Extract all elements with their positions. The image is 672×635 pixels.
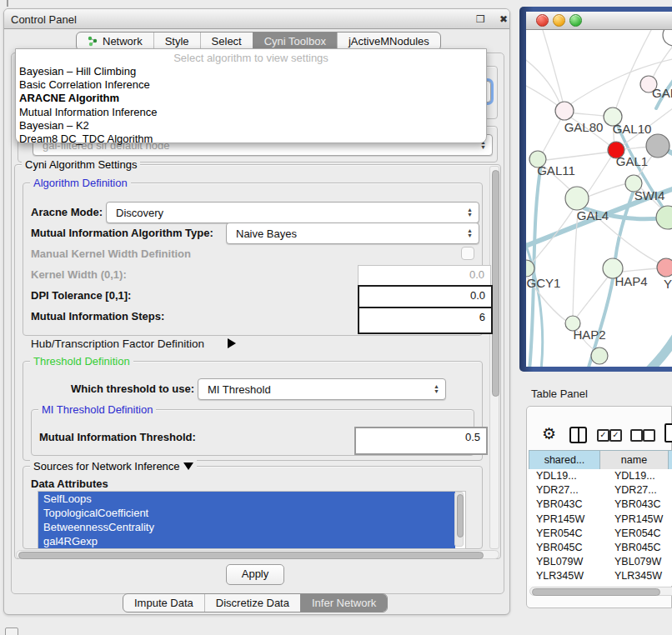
table-row[interactable]: YBR045C YBR045C 9. bbox=[529, 541, 672, 555]
tab-select[interactable]: Select bbox=[200, 32, 253, 50]
network-canvas[interactable]: GAL80GAL10GALGAL1GAL11SWI4GAL4GCY1HAP4YH… bbox=[526, 30, 672, 367]
node-gray[interactable] bbox=[646, 134, 669, 158]
attributes-vscrollbar-thumb[interactable] bbox=[457, 494, 464, 538]
node-label: Y bbox=[664, 277, 672, 291]
unchecked-checkbox-icon-2[interactable] bbox=[643, 429, 655, 442]
tab-discretize-data[interactable]: Discretize Data bbox=[204, 594, 300, 612]
network-edge[interactable] bbox=[546, 152, 613, 160]
column-header-extra[interactable]: A bbox=[669, 450, 672, 470]
table-body[interactable]: YDL19... YDL19... 13 YDR27... YDR27... 1… bbox=[529, 469, 672, 586]
table-columns-icon[interactable] bbox=[569, 427, 587, 443]
settings-hscrollbar[interactable] bbox=[16, 550, 499, 559]
algorithm-dropdown-list: Select algorithm to view settings Bayesi… bbox=[15, 48, 487, 143]
sources-title: Sources for Network Inference bbox=[30, 460, 197, 472]
node-label: GAL1 bbox=[616, 154, 648, 168]
checked-checkbox-icon-1[interactable]: ✓ bbox=[597, 429, 609, 442]
tab-network[interactable]: Network bbox=[77, 32, 153, 50]
close-icon[interactable]: ✖ bbox=[499, 14, 508, 24]
hub-definition-label[interactable]: Hub/Transcription Factor Definition bbox=[31, 338, 204, 350]
column-header-name[interactable]: name bbox=[600, 450, 669, 470]
settings-hscrollbar-thumb[interactable] bbox=[18, 552, 484, 559]
network-edge[interactable] bbox=[649, 327, 672, 367]
network-edge[interactable] bbox=[526, 55, 561, 107]
mi-algorithm-type-combo[interactable]: Naive Bayes ▲▼ bbox=[226, 222, 479, 244]
node-gal80[interactable] bbox=[555, 102, 574, 120]
which-threshold-label: Which threshold to use: bbox=[71, 382, 194, 395]
table-row[interactable]: YLR345W YLR345W 9. bbox=[529, 569, 672, 583]
table-row[interactable]: YPR145W YPR145W 9. bbox=[529, 512, 672, 527]
mi-steps-label: Mutual Information Steps: bbox=[31, 310, 164, 322]
data-attribute-item[interactable]: BetweennessCentrality bbox=[38, 520, 455, 534]
data-attribute-item[interactable]: TopologicalCoefficient bbox=[38, 506, 455, 520]
table-row[interactable]: YDR27... YDR27... 12 bbox=[529, 483, 672, 498]
network-edge[interactable] bbox=[543, 30, 564, 105]
new-table-icon[interactable] bbox=[664, 423, 672, 442]
hub-expand-icon[interactable] bbox=[228, 338, 236, 348]
dropdown-item[interactable]: Bayesian – K2 bbox=[16, 119, 486, 132]
network-edge[interactable] bbox=[623, 268, 658, 272]
checked-checkbox-icon-2[interactable]: ✓ bbox=[609, 429, 622, 442]
attributes-vscrollbar[interactable] bbox=[454, 492, 464, 547]
apply-button[interactable]: Apply bbox=[226, 564, 284, 585]
table-row[interactable]: YDL19... YDL19... 13 bbox=[529, 469, 672, 483]
table-panel-title: Table Panel bbox=[531, 388, 588, 400]
table-hscrollbar-thumb[interactable] bbox=[532, 588, 660, 596]
float-window-icon[interactable]: ❒ bbox=[476, 14, 485, 24]
table-hscrollbar[interactable] bbox=[529, 587, 672, 596]
dropdown-item[interactable]: Basic Correlation Inference bbox=[16, 78, 486, 92]
node-label: GCY1 bbox=[527, 276, 561, 290]
mi-threshold-label: Mutual Information Threshold: bbox=[39, 431, 196, 443]
table-row[interactable]: YER054C YER054C 8. bbox=[529, 527, 672, 541]
tab-style[interactable]: Style bbox=[153, 32, 200, 50]
dropdown-item[interactable]: Dream8 DC_TDC Algorithm bbox=[16, 132, 486, 146]
node-unlabeled-top-right[interactable] bbox=[663, 30, 672, 46]
control-panel-titlebar[interactable]: Control Panel ❒ ✖ bbox=[4, 9, 509, 29]
network-edge[interactable] bbox=[588, 183, 628, 197]
dropdown-item[interactable]: Mutual Information Inference bbox=[16, 106, 486, 119]
dropdown-item[interactable]: ARACNE Algorithm bbox=[16, 92, 486, 105]
tab-infer-network[interactable]: Infer Network bbox=[300, 594, 387, 612]
aracne-mode-combo[interactable]: Discovery ▲▼ bbox=[106, 202, 479, 223]
unchecked-checkbox-icon-1[interactable] bbox=[630, 429, 643, 442]
network-edge[interactable] bbox=[526, 83, 559, 107]
table-row[interactable]: YBL079W YBL079W bbox=[529, 555, 672, 569]
combo-arrows-icon: ▲▼ bbox=[464, 228, 475, 238]
zoom-traffic-light[interactable] bbox=[569, 14, 582, 27]
data-attribute-item[interactable]: gal4RGexp bbox=[38, 534, 455, 548]
node-label: GAL10 bbox=[613, 122, 652, 136]
network-window[interactable]: GAL80GAL10GALGAL1GAL11SWI4GAL4GCY1HAP4YH… bbox=[519, 7, 672, 372]
data-attributes-label: Data Attributes bbox=[31, 478, 108, 490]
mi-threshold-field[interactable]: 0.5 bbox=[354, 427, 488, 455]
node-right-green[interactable] bbox=[656, 206, 672, 229]
settings-vscrollbar-thumb[interactable] bbox=[492, 170, 499, 397]
network-edge[interactable] bbox=[615, 30, 651, 110]
minimized-panel-icon[interactable] bbox=[5, 628, 18, 635]
top-left-handle bbox=[7, 0, 8, 7]
table-row[interactable]: YBR043C YBR043C bbox=[529, 498, 672, 512]
dropdown-item[interactable]: Bayesian – Hill Climbing bbox=[16, 65, 486, 78]
aracne-mode-label: Aracne Mode: bbox=[31, 206, 103, 218]
node-salmon[interactable] bbox=[657, 258, 672, 277]
data-attributes-list[interactable]: SelfLoops TopologicalCoefficient Between… bbox=[38, 491, 466, 549]
cyni-mode-tabs: Impute Data Discretize Data Infer Networ… bbox=[123, 593, 388, 612]
table-settings-gear-icon[interactable]: ⚙ bbox=[542, 424, 556, 443]
network-graph[interactable]: GAL80GAL10GALGAL1GAL11SWI4GAL4GCY1HAP4YH… bbox=[526, 30, 672, 367]
node-bottom-green[interactable] bbox=[591, 348, 608, 364]
column-header-shared-name[interactable]: shared... bbox=[529, 450, 600, 470]
threshold-definition-title: Threshold Definition bbox=[30, 355, 133, 368]
sources-collapse-icon[interactable] bbox=[183, 462, 193, 470]
which-threshold-combo[interactable]: MI Threshold ▲▼ bbox=[198, 378, 446, 400]
mi-threshold-definition-title: MI Threshold Definition bbox=[38, 403, 156, 416]
settings-vscrollbar[interactable] bbox=[489, 166, 499, 549]
network-window-titlebar[interactable] bbox=[526, 12, 672, 30]
minimize-traffic-light[interactable] bbox=[553, 14, 565, 27]
table-row[interactable]: YIL052C YIL052C 9 bbox=[529, 584, 672, 587]
tab-jactivemnodules[interactable]: jActiveMNodules bbox=[337, 32, 440, 50]
data-attribute-item[interactable]: SelfLoops bbox=[38, 492, 455, 506]
node-gal4[interactable] bbox=[565, 187, 589, 210]
close-traffic-light[interactable] bbox=[536, 14, 549, 27]
mi-steps-field[interactable]: 6 bbox=[358, 307, 493, 334]
tab-impute-data[interactable]: Impute Data bbox=[123, 594, 204, 612]
manual-kernel-width-checkbox[interactable] bbox=[461, 247, 474, 260]
tab-cyni-toolbox[interactable]: Cyni Toolbox bbox=[253, 32, 337, 50]
